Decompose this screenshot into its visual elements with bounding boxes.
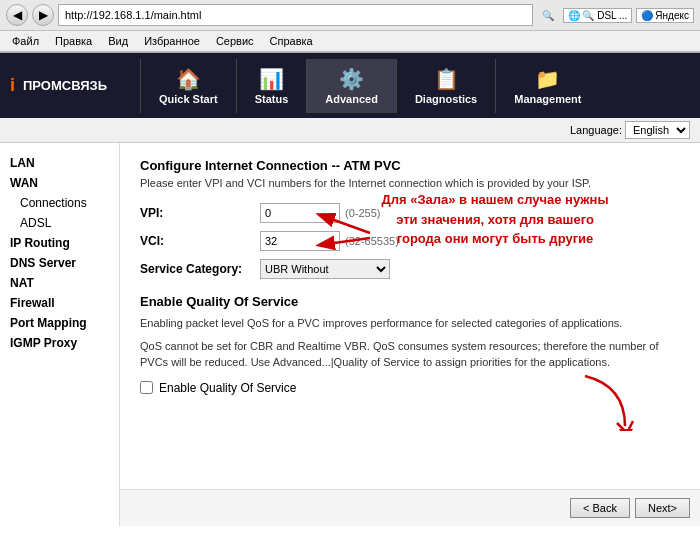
qos-text2: QoS cannot be set for CBR and Realtime V…: [140, 338, 680, 371]
qos-title: Enable Quality Of Service: [140, 294, 680, 309]
nav-quick-start[interactable]: 🏠 Quick Start: [140, 59, 236, 113]
search-button[interactable]: 🔍: [537, 4, 559, 26]
service-category-select[interactable]: UBR Without: [260, 259, 390, 279]
page-subtitle: Please enter VPI and VCI numbers for the…: [140, 177, 680, 189]
ie-icon: 🌐: [568, 10, 580, 21]
nav-diagnostics[interactable]: 📋 Diagnostics: [396, 59, 495, 113]
svg-marker-0: [619, 429, 633, 431]
service-category-label: Service Category:: [140, 262, 260, 276]
language-bar: Language: English: [0, 118, 700, 143]
sidebar-item-ip-routing[interactable]: IP Routing: [0, 233, 119, 253]
vci-label: VCI:: [140, 234, 260, 248]
menu-edit[interactable]: Правка: [47, 33, 100, 49]
vpi-input[interactable]: [260, 203, 340, 223]
qos-text1: Enabling packet level QoS for a PVC impr…: [140, 315, 680, 332]
logo-area: i ПРОМСВЯЗЬ: [10, 75, 140, 96]
main-content: Configure Internet Connection -- ATM PVC…: [120, 143, 700, 489]
quick-start-label: Quick Start: [159, 93, 218, 105]
qos-checkbox[interactable]: [140, 381, 153, 394]
menu-file[interactable]: Файл: [4, 33, 47, 49]
sidebar-item-dns-server[interactable]: DNS Server: [0, 253, 119, 273]
address-text: http://192.168.1.1/main.html: [65, 9, 526, 21]
sidebar-item-igmp-proxy[interactable]: IGMP Proxy: [0, 333, 119, 353]
vpi-hint: (0-255): [345, 207, 380, 219]
language-label: Language:: [570, 124, 622, 136]
sidebar-item-lan[interactable]: LAN: [0, 153, 119, 173]
vci-hint: (32-65535): [345, 235, 399, 247]
logo-icon: i: [10, 75, 15, 96]
browser-toolbar: ◀ ▶ http://192.168.1.1/main.html 🔍 🌐 🔍 D…: [0, 0, 700, 31]
qos-checkbox-label: Enable Quality Of Service: [159, 381, 296, 395]
service-category-row: Service Category: UBR Without: [140, 259, 680, 279]
menu-help[interactable]: Справка: [262, 33, 321, 49]
vci-row: VCI: (32-65535): [140, 231, 680, 251]
yandex-label: Яндекс: [655, 10, 689, 21]
back-button[interactable]: < Back: [570, 498, 630, 518]
vci-input[interactable]: [260, 231, 340, 251]
nav-status[interactable]: 📊 Status: [236, 59, 307, 113]
nav-header: i ПРОМСВЯЗЬ 🏠 Quick Start 📊 Status ⚙️ Ad…: [0, 53, 700, 118]
yandex-button[interactable]: 🔵 Яндекс: [636, 8, 694, 23]
vpi-row: VPI: (0-255): [140, 203, 680, 223]
quick-start-icon: 🏠: [176, 67, 201, 91]
language-select[interactable]: English: [625, 121, 690, 139]
content-wrapper: LAN WAN Connections ADSL IP Routing DNS …: [0, 143, 700, 526]
logo-text: ПРОМСВЯЗЬ: [23, 78, 107, 93]
browser-chrome: ◀ ▶ http://192.168.1.1/main.html 🔍 🌐 🔍 D…: [0, 0, 700, 53]
yandex-icon: 🔵: [641, 10, 653, 21]
advanced-label: Advanced: [325, 93, 378, 105]
nav-advanced[interactable]: ⚙️ Advanced: [306, 59, 396, 113]
next-button[interactable]: Next>: [635, 498, 690, 518]
diagnostics-icon: 📋: [434, 67, 459, 91]
sidebar-item-wan[interactable]: WAN: [0, 173, 119, 193]
management-icon: 📁: [535, 67, 560, 91]
advanced-icon: ⚙️: [339, 67, 364, 91]
sidebar: LAN WAN Connections ADSL IP Routing DNS …: [0, 143, 120, 526]
sidebar-item-nat[interactable]: NAT: [0, 273, 119, 293]
sidebar-item-connections[interactable]: Connections: [0, 193, 119, 213]
status-label: Status: [255, 93, 289, 105]
menubar: Файл Правка Вид Избранное Сервис Справка: [0, 31, 700, 52]
menu-favorites[interactable]: Избранное: [136, 33, 208, 49]
nav-items: 🏠 Quick Start 📊 Status ⚙️ Advanced 📋 Dia…: [140, 59, 690, 113]
back-button[interactable]: ◀: [6, 4, 28, 26]
status-icon: 📊: [259, 67, 284, 91]
menu-view[interactable]: Вид: [100, 33, 136, 49]
sidebar-item-firewall[interactable]: Firewall: [0, 293, 119, 313]
dsl-text: 🔍 DSL ...: [582, 10, 627, 21]
vpi-label: VPI:: [140, 206, 260, 220]
nav-management[interactable]: 📁 Management: [495, 59, 599, 113]
address-bar[interactable]: http://192.168.1.1/main.html: [58, 4, 533, 26]
forward-button[interactable]: ▶: [32, 4, 54, 26]
qos-checkbox-row: Enable Quality Of Service: [140, 381, 680, 395]
management-label: Management: [514, 93, 581, 105]
diagnostics-label: Diagnostics: [415, 93, 477, 105]
sidebar-item-adsl[interactable]: ADSL: [0, 213, 119, 233]
menu-service[interactable]: Сервис: [208, 33, 262, 49]
action-buttons: < Back Next>: [120, 489, 700, 526]
page-wrapper: i ПРОМСВЯЗЬ 🏠 Quick Start 📊 Status ⚙️ Ad…: [0, 53, 700, 526]
page-title: Configure Internet Connection -- ATM PVC: [140, 158, 680, 173]
sidebar-item-port-mapping[interactable]: Port Mapping: [0, 313, 119, 333]
